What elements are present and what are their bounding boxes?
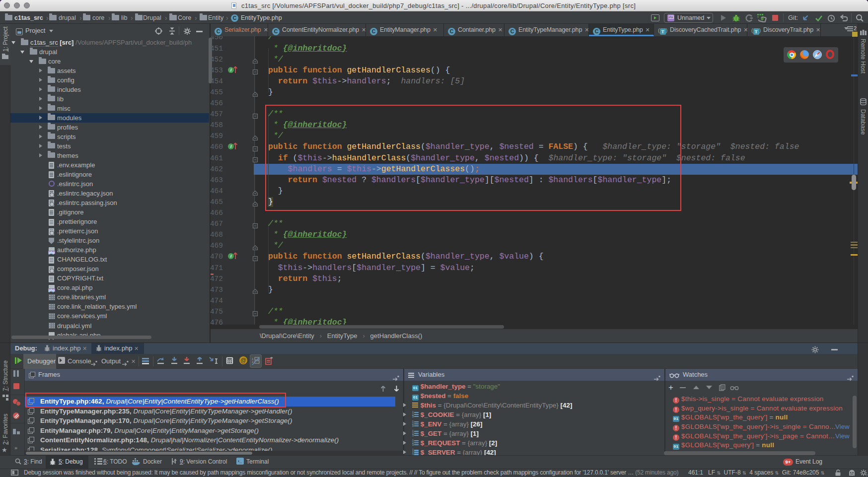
svg-text:2: 2 bbox=[252, 360, 254, 363]
svg-text:?: ? bbox=[866, 473, 868, 477]
